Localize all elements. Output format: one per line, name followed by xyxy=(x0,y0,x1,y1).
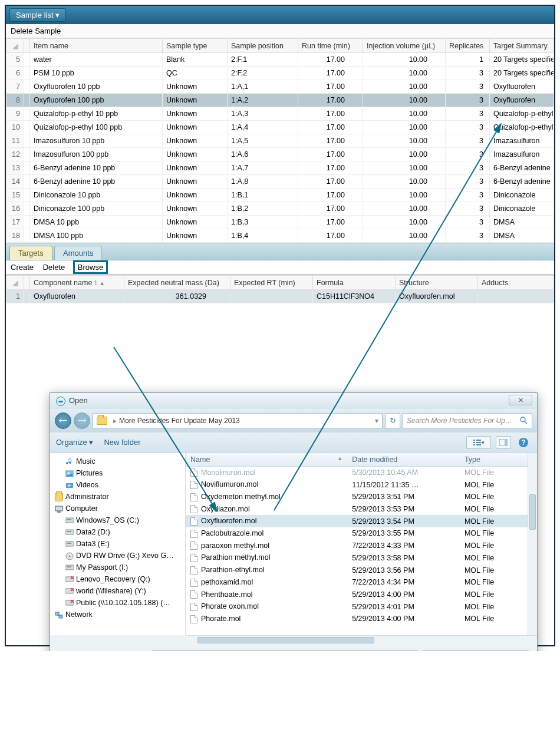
tree-item[interactable]: Public (\\10.102.105.188) (… xyxy=(50,597,185,609)
tree-item[interactable]: Music xyxy=(50,455,185,467)
tree-item[interactable]: Data2 (D:) xyxy=(50,526,185,538)
fcol-date[interactable]: Date modified xyxy=(347,453,460,467)
file-row[interactable]: pethoxamid.mol7/22/2013 4:34 PMMOL File xyxy=(186,576,537,589)
fcol-name[interactable]: Name ▲ xyxy=(186,453,347,467)
organize-dropdown[interactable]: Organize ▾ xyxy=(56,438,93,447)
svg-rect-6 xyxy=(476,442,481,443)
tree-item[interactable]: Computer xyxy=(50,503,185,514)
file-icon xyxy=(190,554,197,562)
table-row[interactable]: 146-Benzyl adenine 10 ppbUnknown1:A,817.… xyxy=(6,175,554,189)
svg-point-13 xyxy=(68,472,70,474)
file-row[interactable]: Parathion methyl.mol5/29/2013 3:58 PMMOL… xyxy=(186,552,537,564)
tree-item[interactable]: Windows7_OS (C:) xyxy=(50,514,185,526)
help-button[interactable]: ? xyxy=(516,436,531,449)
file-row[interactable]: Monolinuron.mol5/30/2013 10:45 AMMOL Fil… xyxy=(186,466,537,478)
table-row[interactable]: 11Imazosulfuron 10 ppbUnknown1:A,517.001… xyxy=(6,134,554,148)
new-folder-button[interactable]: New folder xyxy=(104,438,140,447)
svg-point-25 xyxy=(69,555,71,557)
col-comp-add[interactable]: Adducts xyxy=(478,276,554,290)
breadcrumb[interactable]: ▸More Pesticides For Update May 2013▾ xyxy=(93,413,383,428)
file-row[interactable]: paraoxon methyl.mol7/22/2013 4:33 PMMOL … xyxy=(186,540,537,552)
tree-item[interactable]: Network xyxy=(50,609,185,620)
view-mode-button[interactable]: ▾ xyxy=(466,436,491,449)
row-header-corner[interactable]: ◢ xyxy=(6,39,24,53)
file-icon xyxy=(190,590,197,599)
svg-rect-7 xyxy=(476,444,481,445)
table-row[interactable]: 6PSM 10 ppbQC2:F,217.0010.00320 Targets … xyxy=(6,67,554,80)
table-row[interactable]: 12Imazosulfuron 100 ppbUnknown1:A,617.00… xyxy=(6,148,554,161)
col-pos[interactable]: Sample position xyxy=(228,39,298,53)
create-button[interactable]: Create xyxy=(11,263,34,272)
col-item[interactable]: Item name xyxy=(30,39,163,53)
tree-item[interactable]: Data3 (E:) xyxy=(50,538,185,550)
preview-pane-button[interactable] xyxy=(496,436,511,449)
tree-item[interactable]: world (\\fileshare) (Y:) xyxy=(50,585,185,597)
file-row[interactable]: Oxyfluorofen.mol5/29/2013 3:54 PMMOL Fil… xyxy=(186,515,537,527)
folder-tree[interactable]: MusicPicturesVideosAdministratorComputer… xyxy=(50,453,186,635)
table-row[interactable]: 18DMSA 100 ppbUnknown1:B,417.0010.003DMS… xyxy=(6,229,554,243)
vertical-scrollbar[interactable] xyxy=(528,453,537,635)
file-icon xyxy=(190,517,197,526)
search-icon xyxy=(520,417,528,425)
col-target[interactable]: Target Summary xyxy=(490,39,554,53)
table-row[interactable]: 5waterBlank2:F,117.0010.00120 Targets sp… xyxy=(6,53,554,67)
refresh-button[interactable]: ↻ xyxy=(385,413,400,428)
tree-item[interactable]: DVD RW Drive (G:) Xevo G… xyxy=(50,550,185,562)
col-comp-struct[interactable]: Structure xyxy=(396,276,478,290)
tree-item[interactable]: Administrator xyxy=(50,491,185,503)
component-row[interactable]: 1 Oxyfluorofen 361.0329 C15H11ClF3NO4 Ox… xyxy=(6,290,554,303)
svg-text:?: ? xyxy=(521,438,525,447)
file-row[interactable]: Noviflumuron.mol11/15/2012 11:35 …MOL Fi… xyxy=(186,478,537,491)
tree-item[interactable]: My Passport (I:) xyxy=(50,562,185,573)
table-row[interactable]: 15Diniconazole 10 ppbUnknown1:B,117.0010… xyxy=(6,189,554,202)
forward-button[interactable]: 🡒 xyxy=(74,412,90,429)
close-button[interactable]: ✕ xyxy=(509,395,532,405)
file-icon xyxy=(190,615,197,623)
delete-sample-button[interactable]: Delete Sample xyxy=(11,27,61,35)
col-comp-name[interactable]: Component name 1 ▲ xyxy=(30,276,124,290)
file-row[interactable]: Oxydemeton methyl.mol5/29/2013 3:51 PMMO… xyxy=(186,491,537,503)
table-row[interactable]: 16Diniconazole 100 ppbUnknown1:B,217.001… xyxy=(6,202,554,216)
fcol-type[interactable]: Type xyxy=(460,453,537,467)
table-row[interactable]: 7Oxyfluorofen 10 ppbUnknown1:A,117.0010.… xyxy=(6,80,554,94)
tree-item[interactable]: Lenovo_Recovery (Q:) xyxy=(50,573,185,585)
file-icon xyxy=(190,603,197,611)
svg-rect-16 xyxy=(55,506,62,511)
table-row[interactable]: 17DMSA 10 ppbUnknown1:B,317.0010.003DMSA xyxy=(6,216,554,229)
horizontal-scrollbar[interactable] xyxy=(186,635,537,645)
file-icon xyxy=(190,481,197,489)
table-row[interactable]: 9Quizalofop-p-ethyl 10 ppbUnknown1:A,317… xyxy=(6,107,554,121)
file-icon xyxy=(190,566,197,574)
file-row[interactable]: Parathion-ethyl.mol5/29/2013 3:56 PMMOL … xyxy=(186,564,537,576)
col-comp-mass[interactable]: Expected neutral mass (Da) xyxy=(124,276,230,290)
table-row[interactable]: 8Oxyfluorofen 100 ppbUnknown1:A,217.0010… xyxy=(6,94,554,107)
file-row[interactable]: Phorate.mol5/29/2013 4:00 PMMOL File xyxy=(186,613,537,625)
file-row[interactable]: Paclobutrazole.mol5/29/2013 3:55 PMMOL F… xyxy=(186,527,537,540)
file-name-input[interactable]: Oxyfluorofen.mol▾ xyxy=(152,651,418,651)
browse-button[interactable]: Browse xyxy=(74,262,107,273)
search-input[interactable]: Search More Pesticides For Up… xyxy=(403,413,532,428)
back-button[interactable]: 🡐 xyxy=(55,412,71,429)
table-row[interactable]: 10Quizalofop-p-ethyl 100 ppbUnknown1:A,4… xyxy=(6,121,554,134)
sample-table: ◢ Item name Sample type Sample position … xyxy=(6,38,554,243)
list-icon xyxy=(473,439,482,446)
delete-button[interactable]: Delete xyxy=(43,263,65,272)
tab-amounts[interactable]: Amounts xyxy=(54,246,102,260)
col-comp-formula[interactable]: Formula xyxy=(313,276,396,290)
filter-dropdown[interactable]: Mol Files (.mol)▾ xyxy=(423,651,529,651)
svg-line-1 xyxy=(525,421,527,424)
tab-targets[interactable]: Targets xyxy=(9,246,52,260)
tree-item[interactable]: Videos xyxy=(50,479,185,491)
table-row[interactable]: 136-Benzyl adenine 10 ppbUnknown1:A,717.… xyxy=(6,161,554,175)
file-row[interactable]: Oxydiazon.mol5/29/2013 3:53 PMMOL File xyxy=(186,503,537,516)
file-row[interactable]: Phorate oxon.mol5/29/2013 4:01 PMMOL Fil… xyxy=(186,600,537,613)
col-rep[interactable]: Replicates xyxy=(446,39,490,53)
file-row[interactable]: Phenthoate.mol5/29/2013 4:00 PMMOL File xyxy=(186,589,537,601)
col-type[interactable]: Sample type xyxy=(163,39,228,53)
sample-list-dropdown[interactable]: Sample list ▾ xyxy=(9,8,66,22)
col-inj[interactable]: Injection volume (µL) xyxy=(363,39,446,53)
col-comp-rt[interactable]: Expected RT (min) xyxy=(230,276,313,290)
col-run[interactable]: Run time (min) xyxy=(298,39,363,53)
dialog-title: Open xyxy=(69,396,88,405)
tree-item[interactable]: Pictures xyxy=(50,467,185,479)
